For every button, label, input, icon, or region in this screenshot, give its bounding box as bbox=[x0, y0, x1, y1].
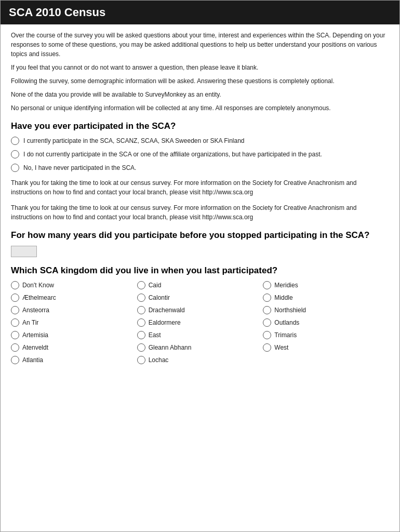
radio-circle[interactable] bbox=[137, 281, 145, 289]
radio-circle[interactable] bbox=[11, 281, 19, 289]
kingdom-label: Gleann Abhann bbox=[149, 344, 192, 351]
kingdom-label: Northshield bbox=[274, 307, 306, 314]
content: Over the course of the survey you will b… bbox=[1, 24, 399, 379]
kingdom-meridies[interactable]: Meridies bbox=[263, 281, 389, 289]
intro-para-5: No personal or unique identifying inform… bbox=[11, 103, 389, 113]
kingdom-east[interactable]: East bbox=[137, 331, 263, 339]
radio-circle[interactable] bbox=[263, 331, 271, 339]
radio-circle[interactable] bbox=[137, 306, 145, 314]
kingdom-lochac[interactable]: Lochac bbox=[137, 356, 263, 364]
kingdom-drachenwald[interactable]: Drachenwald bbox=[137, 306, 263, 314]
intro-para-2: If you feel that you cannot or do not wa… bbox=[11, 63, 389, 72]
header: SCA 2010 Census bbox=[1, 1, 399, 24]
kingdom-northshield[interactable]: Northshield bbox=[263, 306, 389, 314]
kingdom-col2: Caid Calontir Drachenwald Ealdormere Eas… bbox=[137, 281, 263, 368]
kingdom-label: Don't Know bbox=[22, 282, 54, 289]
q1-option-1[interactable]: I currently participate in the SCA, SCAN… bbox=[11, 137, 389, 145]
radio-circle[interactable] bbox=[11, 137, 19, 145]
radio-circle[interactable] bbox=[137, 343, 145, 352]
radio-circle[interactable] bbox=[11, 294, 19, 302]
q1-label-2: I do not currently participate in the SC… bbox=[23, 151, 322, 158]
kingdom-label: Calontir bbox=[149, 294, 170, 301]
kingdom-middle[interactable]: Middle bbox=[263, 294, 389, 302]
page-title: SCA 2010 Census bbox=[9, 6, 105, 19]
years-input[interactable] bbox=[11, 246, 37, 257]
radio-circle[interactable] bbox=[263, 294, 271, 302]
thank-you-2: Thank you for taking the time to look at… bbox=[11, 203, 389, 222]
question1-title: Have you ever participated in the SCA? bbox=[11, 121, 389, 131]
question2-title: For how many years did you participate b… bbox=[11, 230, 389, 241]
radio-circle[interactable] bbox=[11, 356, 19, 364]
kingdom-col1: Don't Know Æthelmearc Ansteorra An Tir A… bbox=[11, 281, 137, 368]
radio-circle[interactable] bbox=[137, 331, 145, 339]
kingdom-ealdormere[interactable]: Ealdormere bbox=[137, 318, 263, 327]
kingdom-atlantia[interactable]: Atlantia bbox=[11, 356, 137, 364]
kingdom-label: Meridies bbox=[274, 282, 298, 289]
radio-circle[interactable] bbox=[11, 150, 19, 158]
kingdom-label: Ealdormere bbox=[149, 319, 181, 326]
kingdom-label: Drachenwald bbox=[149, 307, 185, 314]
q1-label-1: I currently participate in the SCA, SCAN… bbox=[23, 137, 245, 144]
kingdom-label: Ansteorra bbox=[22, 307, 49, 314]
kingdom-gleann-abhann[interactable]: Gleann Abhann bbox=[137, 343, 263, 352]
kingdom-west[interactable]: West bbox=[263, 343, 389, 352]
kingdom-caid[interactable]: Caid bbox=[137, 281, 263, 289]
radio-circle[interactable] bbox=[11, 306, 19, 314]
kingdom-label: Atenveldt bbox=[22, 344, 48, 351]
thank-you-1: Thank you for taking the time to look at… bbox=[11, 178, 389, 197]
radio-circle[interactable] bbox=[11, 343, 19, 352]
intro-para-4: None of the data you provide will be ava… bbox=[11, 90, 389, 99]
kingdom-label: Middle bbox=[274, 294, 292, 301]
kingdom-atenveldt[interactable]: Atenveldt bbox=[11, 343, 137, 352]
kingdom-label: East bbox=[149, 331, 161, 339]
radio-circle[interactable] bbox=[263, 343, 271, 352]
question3-title: Which SCA kingdom did you live in when y… bbox=[11, 265, 389, 276]
kingdom-col3: Meridies Middle Northshield Outlands Tri… bbox=[263, 281, 389, 368]
kingdom-trimaris[interactable]: Trimaris bbox=[263, 331, 389, 339]
kingdom-label: Outlands bbox=[274, 319, 299, 326]
kingdom-label: West bbox=[274, 344, 288, 351]
kingdom-label: Caid bbox=[149, 282, 162, 289]
kingdom-aethelmearc[interactable]: Æthelmearc bbox=[11, 294, 137, 302]
kingdom-ansteorra[interactable]: Ansteorra bbox=[11, 306, 137, 314]
q1-label-3: No, I have never participated in the SCA… bbox=[23, 164, 136, 171]
page: SCA 2010 Census Over the course of the s… bbox=[0, 0, 400, 532]
kingdom-label: An Tir bbox=[22, 319, 38, 326]
kingdom-label: Lochac bbox=[149, 356, 169, 364]
kingdom-label: Æthelmearc bbox=[22, 294, 56, 301]
kingdom-label: Trimaris bbox=[274, 331, 297, 339]
kingdom-label: Artemisia bbox=[22, 331, 48, 339]
kingdom-artemisia[interactable]: Artemisia bbox=[11, 331, 137, 339]
kingdom-grid: Don't Know Æthelmearc Ansteorra An Tir A… bbox=[11, 281, 389, 368]
radio-circle[interactable] bbox=[263, 318, 271, 327]
radio-circle[interactable] bbox=[137, 356, 145, 364]
intro-para-3: Following the survey, some demographic i… bbox=[11, 76, 389, 86]
radio-circle[interactable] bbox=[137, 294, 145, 302]
intro-para-1: Over the course of the survey you will b… bbox=[11, 31, 389, 59]
radio-circle[interactable] bbox=[11, 164, 19, 172]
kingdom-calontir[interactable]: Calontir bbox=[137, 294, 263, 302]
q1-option-3[interactable]: No, I have never participated in the SCA… bbox=[11, 164, 389, 172]
radio-circle[interactable] bbox=[263, 281, 271, 289]
radio-circle[interactable] bbox=[263, 306, 271, 314]
radio-circle[interactable] bbox=[11, 318, 19, 327]
kingdom-label: Atlantia bbox=[22, 356, 43, 364]
q1-option-2[interactable]: I do not currently participate in the SC… bbox=[11, 150, 389, 158]
radio-circle[interactable] bbox=[137, 318, 145, 327]
kingdom-outlands[interactable]: Outlands bbox=[263, 318, 389, 327]
intro-block: Over the course of the survey you will b… bbox=[11, 31, 389, 113]
radio-circle[interactable] bbox=[11, 331, 19, 339]
kingdom-dont-know[interactable]: Don't Know bbox=[11, 281, 137, 289]
kingdom-an-tir[interactable]: An Tir bbox=[11, 318, 137, 327]
